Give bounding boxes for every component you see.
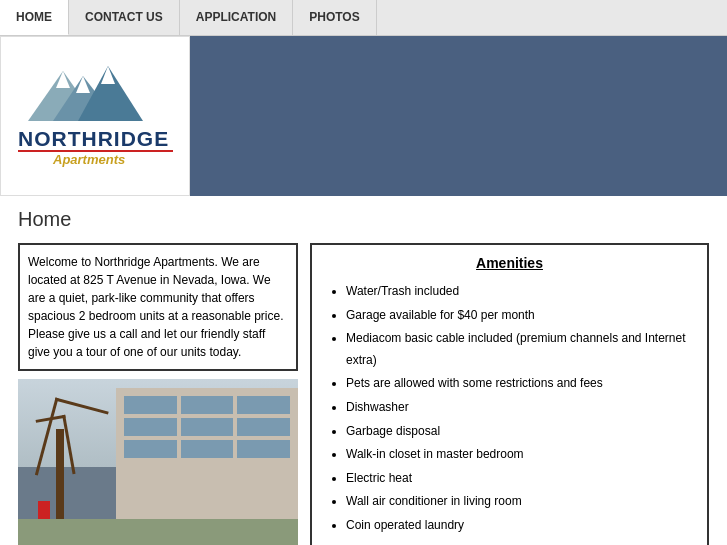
right-column: Amenities Water/Trash includedGarage ava… <box>310 243 709 545</box>
amenity-item: Walk-in closet in master bedroom <box>346 444 693 466</box>
amenity-item: Dishwasher <box>346 397 693 419</box>
nav-application[interactable]: APPLICATION <box>180 0 293 35</box>
nav-photos[interactable]: PHOTOS <box>293 0 376 35</box>
banner-area <box>190 36 727 196</box>
amenity-item: Electric heat <box>346 468 693 490</box>
page-content: Home Welcome to Northridge Apartments. W… <box>0 196 727 545</box>
building-photo <box>18 379 298 545</box>
amenity-item: Coin operated laundry <box>346 515 693 537</box>
nav-home[interactable]: HOME <box>0 0 69 35</box>
nav-contact[interactable]: CONTACT US <box>69 0 180 35</box>
page-title: Home <box>18 208 709 231</box>
amenity-item: Pets are allowed with some restrictions … <box>346 373 693 395</box>
top-bar: HOME CONTACT US APPLICATION PHOTOS <box>0 0 727 36</box>
welcome-body: Welcome to Northridge Apartments. We are… <box>28 255 284 359</box>
left-column: Welcome to Northridge Apartments. We are… <box>18 243 298 545</box>
amenity-item: Mediacom basic cable included (premium c… <box>346 328 693 371</box>
logo-svg: NORTHRIDGE Apartments <box>8 46 183 186</box>
nav: HOME CONTACT US APPLICATION PHOTOS <box>0 0 727 35</box>
amenity-item: Garbage disposal <box>346 421 693 443</box>
amenity-item: Garage available for $40 per month <box>346 305 693 327</box>
svg-rect-9 <box>18 150 173 152</box>
logo-area: NORTHRIDGE Apartments <box>0 36 190 196</box>
welcome-text: Welcome to Northridge Apartments. We are… <box>18 243 298 371</box>
svg-text:Apartments: Apartments <box>52 152 125 167</box>
main-layout: Welcome to Northridge Apartments. We are… <box>18 243 709 545</box>
header: NORTHRIDGE Apartments <box>0 36 727 196</box>
amenity-item: Water/Trash included <box>346 281 693 303</box>
amenities-title: Amenities <box>326 255 693 271</box>
amenity-item: Wall air conditioner in living room <box>346 491 693 513</box>
svg-text:NORTHRIDGE: NORTHRIDGE <box>18 127 169 150</box>
amenities-list: Water/Trash includedGarage available for… <box>326 281 693 537</box>
